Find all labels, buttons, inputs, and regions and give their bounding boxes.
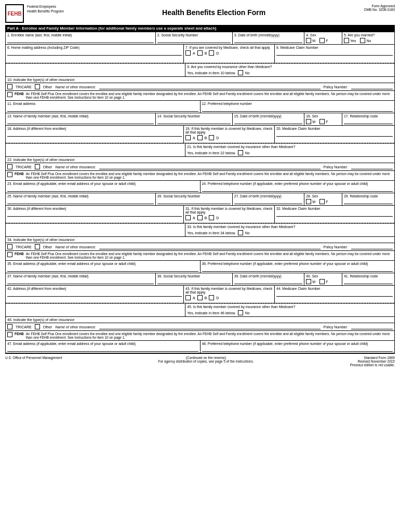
fm2-name-input[interactable]: [7, 199, 154, 204]
fm2-email-input[interactable]: [7, 267, 198, 272]
row45-spacer: [6, 304, 185, 316]
tricare34-checkbox[interactable]: [7, 244, 12, 249]
row34-name-input[interactable]: [99, 244, 321, 249]
fehb34-checkbox[interactable]: [7, 252, 12, 257]
fm1-medicare-claim-input[interactable]: [276, 131, 393, 137]
other-insurance-name-input[interactable]: [99, 84, 321, 89]
fm3-name-input[interactable]: [7, 279, 154, 284]
sex-f-option: F: [319, 38, 328, 43]
policy-number-input[interactable]: [351, 84, 393, 89]
phone-input[interactable]: [202, 107, 393, 112]
fehb-checkbox[interactable]: [7, 92, 12, 97]
fm3-email-input[interactable]: [7, 347, 198, 352]
fm2-medicare-b-checkbox[interactable]: [197, 215, 203, 220]
married-yes-checkbox[interactable]: [344, 38, 349, 43]
fm1-phone-input[interactable]: [202, 187, 393, 192]
dob-input[interactable]: [234, 38, 303, 43]
fm2-medicare-claim-input[interactable]: [276, 211, 393, 217]
sex-m-checkbox[interactable]: [306, 38, 311, 43]
fehb46-checkbox[interactable]: [7, 332, 12, 337]
tricare22-checkbox[interactable]: [7, 164, 12, 169]
tricare-checkbox[interactable]: [7, 84, 12, 89]
ssn-input[interactable]: [157, 38, 231, 43]
fm3-address-input[interactable]: [7, 291, 182, 297]
row-22-fehb: FEHB An FEHB Self Plus One enrollment co…: [6, 171, 394, 181]
row9-options: Yes, indicate in item 10 below. No: [187, 70, 393, 75]
fm3-sex-f-checkbox[interactable]: [319, 279, 325, 284]
medicare-a-checkbox[interactable]: [185, 50, 191, 56]
fm1-medicare-a-checkbox[interactable]: [185, 135, 191, 140]
fm2-dob-input[interactable]: [234, 199, 303, 204]
other-insurance-checkbox[interactable]: [35, 84, 40, 89]
fm3-medicare-d-checkbox[interactable]: [209, 295, 214, 300]
fm2-sex-m-checkbox[interactable]: [306, 199, 311, 204]
fm2-rel-input[interactable]: [344, 199, 393, 204]
row33-spacer: [6, 224, 185, 236]
fm3-sex-m-checkbox[interactable]: [306, 279, 311, 284]
row45-cell: 45. Is this family member covered by ins…: [185, 304, 394, 316]
other46-checkbox[interactable]: [35, 324, 40, 329]
married-no-checkbox[interactable]: [360, 38, 365, 43]
fm1-rel-input[interactable]: [344, 119, 393, 124]
fm2-medicare-d-checkbox[interactable]: [209, 215, 214, 220]
fm3-medicare-a-checkbox[interactable]: [185, 295, 191, 300]
tricare46-checkbox[interactable]: [7, 324, 12, 329]
row-34-label: 34. Indicate the type(s) of other insura…: [6, 237, 394, 243]
email-input[interactable]: [7, 107, 198, 112]
fehb22-checkbox[interactable]: [7, 172, 12, 177]
row9-spacer: [6, 64, 185, 76]
fm3-medicare-claim-cell: 44. Medicare Claim Number: [275, 286, 394, 303]
row9-cell: 9. Are you covered by insurance other th…: [185, 64, 394, 76]
fm3-dob-input[interactable]: [234, 279, 303, 284]
medicare-b-checkbox[interactable]: [197, 50, 203, 56]
fm1-dob-input[interactable]: [234, 119, 303, 124]
row46-policy-input[interactable]: [351, 324, 393, 329]
fm3-ssn-input[interactable]: [157, 279, 231, 284]
fm3-rel-input[interactable]: [344, 279, 393, 284]
fm2-phone-input[interactable]: [202, 267, 393, 272]
other22-checkbox[interactable]: [35, 164, 40, 169]
row21-no-checkbox[interactable]: [238, 150, 243, 155]
married-options: Yes No: [344, 38, 393, 43]
home-address-input[interactable]: [7, 50, 182, 56]
fm1-medicare-d-checkbox[interactable]: [209, 135, 214, 140]
row-35: 35. Email address (if applicable, enter …: [6, 261, 394, 273]
fm1-phone-cell: 24. Preferred telephone number (if appli…: [201, 181, 395, 193]
sex-f-checkbox[interactable]: [319, 38, 325, 43]
fm2-sex-f-checkbox[interactable]: [319, 199, 325, 204]
fm2-sex-cell: 28. Sex M F: [304, 193, 342, 205]
row22-policy-input[interactable]: [351, 164, 393, 169]
fm1-sex-m-checkbox[interactable]: [306, 119, 311, 124]
row33-no-checkbox[interactable]: [238, 230, 243, 235]
fm2-address-input[interactable]: [7, 211, 182, 217]
enrollee-name-input[interactable]: [7, 38, 154, 43]
fm2-phone-cell: 36. Preferred telephone number (if appli…: [201, 261, 395, 273]
row21-spacer: [6, 144, 185, 156]
fm3-phone-input[interactable]: [202, 347, 393, 352]
row-33: 33. Is this family member covered by ins…: [6, 224, 394, 237]
fm1-sex-f: F: [319, 119, 328, 124]
sex-options: M F: [306, 38, 340, 43]
row34-policy-input[interactable]: [351, 244, 393, 249]
fm3-medicare-b-checkbox[interactable]: [197, 295, 203, 300]
medicare-d-checkbox[interactable]: [209, 50, 214, 56]
fm1-medicare-b-checkbox[interactable]: [197, 135, 203, 140]
fm2-ssn-input[interactable]: [157, 199, 231, 204]
row-25: 25. Name of family member (last, first, …: [6, 193, 394, 206]
fm1-email-input[interactable]: [7, 187, 198, 192]
other34-checkbox[interactable]: [35, 244, 40, 249]
row9-no-checkbox[interactable]: [238, 70, 243, 75]
fm3-medicare-claim-input[interactable]: [276, 291, 393, 297]
row45-no-checkbox[interactable]: [238, 310, 243, 315]
fm1-address-input[interactable]: [7, 131, 182, 137]
medicare-cell: 7. If you are covered by Medicare, check…: [184, 45, 275, 63]
row46-name-input[interactable]: [99, 324, 321, 329]
fm1-dob-cell: 15. Date of birth (mm/dd/yyyy): [233, 113, 305, 125]
fm1-name-input[interactable]: [7, 119, 154, 124]
medicare-claim-input[interactable]: [276, 50, 393, 56]
fm2-medicare-a-checkbox[interactable]: [185, 215, 191, 220]
fm1-sex-f-checkbox[interactable]: [319, 119, 325, 124]
row22-name-input[interactable]: [99, 164, 321, 169]
row-30: 30. Address (if different from enrollee)…: [6, 206, 394, 223]
fm1-ssn-input[interactable]: [157, 119, 231, 124]
